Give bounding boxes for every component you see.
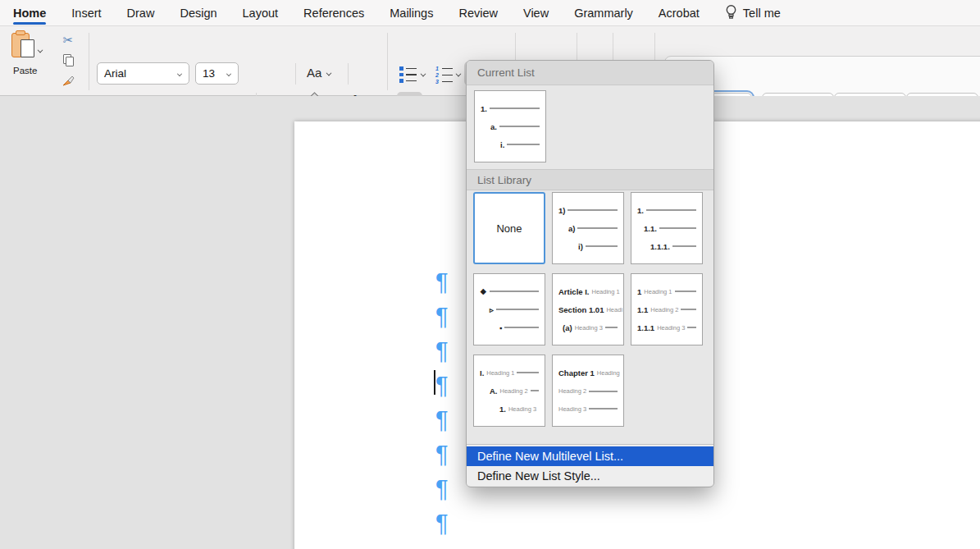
format-painter-icon [62,73,75,87]
menu-tab-home[interactable]: Home [13,0,46,26]
none-label: None [496,222,522,235]
multilevel-list-dropdown: Current List 1.a.i. List Library None1)a… [466,60,714,487]
list-preview-decimal-nested[interactable]: 1.1.1.1.1.1. [631,192,703,264]
menu-tab-label: Mailings [390,7,433,20]
menu-tab-label: View [523,7,549,20]
list-preview-row: 1.1Heading 2 [637,305,696,314]
menu-tab-label: Insert [71,7,101,20]
list-preview-none[interactable]: None [473,192,545,264]
menu-item-define-new-multilevel-list[interactable]: Define New Multilevel List... [467,446,713,466]
preview-line [589,408,618,409]
preview-heading-text: Heading 3 [575,324,603,332]
list-preview-current-multilevel-list[interactable]: 1.a.i. [474,90,546,162]
menu-tab-grammarly[interactable]: Grammarly [574,0,633,26]
preview-heading-text: Heading 3 [558,405,586,413]
menu-tab-mailings[interactable]: Mailings [390,0,433,26]
preview-number: ❖ [480,287,487,296]
menu-tab-label: Acrobat [659,7,700,20]
menu-tab-label: Home [13,7,46,20]
chevron-down-icon [177,71,182,76]
paste-clipboard-icon [11,31,36,61]
menu-tab-references[interactable]: References [303,0,364,26]
preview-number: 1.1 [637,305,648,314]
preview-line [589,391,618,392]
preview-line [507,144,540,145]
bullets-button[interactable] [399,66,417,83]
font-name-select[interactable]: Arial [97,62,189,85]
menu-tab-layout[interactable]: Layout [243,0,279,26]
dropdown-menu-items: Define New Multilevel List...Define New … [467,445,713,486]
cut-button[interactable]: ✂ [59,33,77,48]
numbering-button[interactable]: 1 2 3 [435,66,453,84]
font-size-select[interactable]: 13 [195,62,239,85]
preview-line [672,245,696,247]
menu-tab-label: Layout [243,7,279,20]
change-case-button[interactable]: Aa [307,66,331,80]
list-preview-numbered-headings[interactable]: 1Heading 11.1Heading 21.1.1Heading 3 [631,273,703,345]
preview-line [504,327,539,328]
list-preview-row: ▹ [480,305,539,314]
list-preview-row: Chapter 1Heading [558,368,618,377]
paste-dropdown-chevron-icon[interactable] [38,48,43,53]
list-preview-row: 1Heading 1 [637,287,696,296]
preview-number: i. [500,140,504,149]
preview-line [675,291,697,292]
preview-heading-text: Headi [606,306,622,313]
list-preview-roman-headings[interactable]: I.Heading 1A.Heading 21.Heading 3 [473,355,545,427]
list-preview-paren-numbers[interactable]: 1)a)i) [552,192,624,264]
active-tab-underline [13,22,46,25]
lightbulb-icon [725,4,737,22]
list-preview-bullet-symbols[interactable]: ❖▹▪ [473,273,545,345]
menu-tab-review[interactable]: Review [458,0,498,26]
list-preview-row: 1. [637,206,696,215]
preview-line [687,327,696,328]
menu-item-define-new-list-style[interactable]: Define New List Style... [467,466,713,486]
preview-number: ▪ [499,323,502,332]
preview-number: I. [480,368,484,377]
list-preview-row: 1.1. [637,224,696,233]
preview-number: 1. [637,206,644,215]
preview-number: 1) [558,206,565,215]
preview-heading-text: Heading 2 [650,306,678,313]
list-preview-article-section[interactable]: Article I.Heading 1Section 1.01Headi(a)H… [552,273,624,345]
copy-button[interactable] [59,53,77,67]
preview-number: a) [568,224,575,233]
list-library-section: None1)a)i)1.1.1.1.1.1.❖▹▪Article I.Headi… [467,190,713,443]
preview-number: 1. [499,405,506,414]
preview-line [567,209,618,211]
list-preview-chapter-headings[interactable]: Chapter 1HeadingHeading 2Heading 3 [552,355,624,427]
preview-line [605,327,618,328]
paragraph-mark: ¶ [435,441,449,466]
preview-number: Section 1.01 [558,305,604,314]
preview-line [531,390,539,391]
preview-heading-text: Heading 1 [592,288,620,295]
menu-tab-insert[interactable]: Insert [71,0,101,26]
paste-label: Paste [13,66,37,75]
paste-button[interactable]: Paste [11,31,37,75]
menu-tab-design[interactable]: Design [180,0,217,26]
preview-number: i) [578,242,583,251]
text-cursor [434,370,435,395]
current-list-section-header: Current List [467,61,713,85]
menu-tab-label: Grammarly [574,7,633,20]
menu-tab-label: Review [458,7,498,20]
separator [348,63,349,85]
paragraph-mark: ¶ [435,545,449,549]
menu-tab-draw[interactable]: Draw [127,0,155,26]
preview-heading-text: Heading 1 [486,369,514,377]
font-size-value: 13 [203,67,215,80]
menu-tab-view[interactable]: View [523,0,549,26]
menu-tab-label: References [303,7,364,20]
preview-number: Article I. [558,287,590,296]
preview-heading-text: Heading 1 [644,288,672,295]
paragraph-mark: ¶ [435,407,449,432]
separator [89,33,89,90]
list-preview-row: Heading 3 [558,405,618,413]
menu-tab-acrobat[interactable]: Acrobat [659,0,700,26]
list-library-section-header: List Library [467,169,713,190]
menu-tab-tell-me[interactable]: Tell me [725,0,781,26]
preview-line [496,309,539,310]
preview-line [517,372,539,373]
list-preview-row: 1.1.1Heading 3 [637,323,696,332]
format-painter-button[interactable] [59,72,77,87]
